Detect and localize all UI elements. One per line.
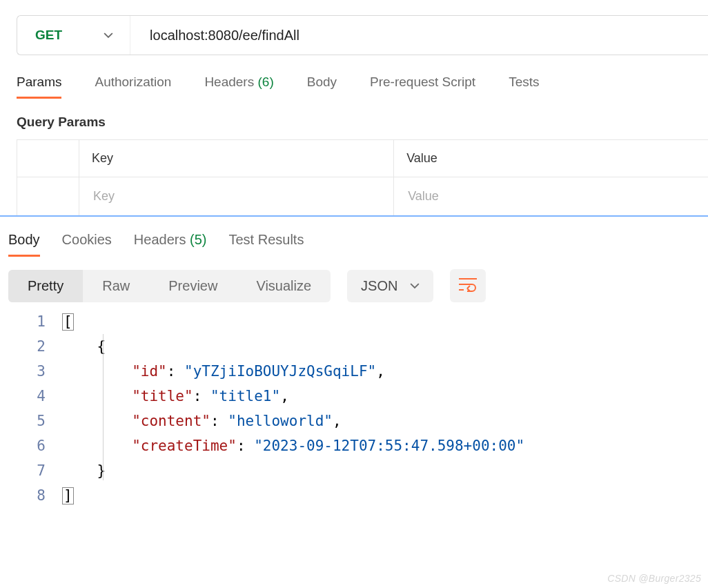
request-bar: GET [17, 15, 708, 55]
key-input[interactable] [92, 188, 381, 204]
tab-body[interactable]: Body [307, 75, 337, 99]
tab-prerequest-script[interactable]: Pre-request Script [370, 75, 475, 99]
json-value: "title1" [210, 388, 280, 404]
line-number-gutter: 1 2 3 4 5 6 7 8 [0, 309, 62, 508]
query-params-title: Query Params [17, 115, 708, 130]
tab-label: Authorization [95, 75, 171, 89]
bracket: { [97, 338, 106, 355]
line-number: 5 [0, 409, 46, 433]
value-input[interactable] [406, 188, 696, 204]
bracket: } [97, 462, 106, 479]
wrap-icon [458, 277, 478, 295]
json-key: "id" [132, 363, 167, 380]
bracket: [ [62, 313, 74, 331]
tab-params[interactable]: Params [17, 75, 61, 99]
bracket: ] [62, 487, 74, 504]
line-number: 6 [0, 433, 46, 458]
fold-guide [103, 334, 104, 480]
json-value: "2023-09-12T07:55:47.598+00:00" [254, 438, 524, 454]
table-row [17, 177, 709, 216]
line-number: 3 [0, 359, 46, 384]
chevron-down-icon [104, 30, 113, 40]
line-number: 2 [0, 334, 46, 359]
resp-tab-test-results[interactable]: Test Results [228, 232, 304, 257]
query-params-table: Key Value [17, 139, 708, 216]
json-value: "helloworld" [228, 413, 333, 429]
chevron-down-icon [410, 281, 420, 291]
format-select[interactable]: JSON [347, 270, 433, 302]
resp-tab-body[interactable]: Body [8, 232, 40, 257]
tab-headers[interactable]: Headers (6) [204, 75, 273, 99]
response-toolbar: Pretty Raw Preview Visualize JSON [0, 257, 708, 302]
json-key: "content" [132, 413, 210, 429]
tab-label: Pre-request Script [370, 75, 475, 89]
view-preview[interactable]: Preview [149, 270, 237, 302]
line-number: 8 [0, 483, 46, 508]
http-method-label: GET [35, 28, 62, 43]
wrap-lines-button[interactable] [450, 269, 486, 302]
http-method-select[interactable]: GET [17, 16, 130, 55]
view-visualize[interactable]: Visualize [237, 270, 331, 302]
view-raw[interactable]: Raw [83, 270, 149, 302]
tab-tests[interactable]: Tests [509, 75, 539, 99]
tab-authorization[interactable]: Authorization [95, 75, 171, 99]
json-value: "yTZjiIoBOUYJzQsGqiLF" [184, 363, 376, 380]
table-header-row: Key Value [17, 140, 709, 177]
format-label: JSON [361, 278, 397, 294]
resp-tab-cookies[interactable]: Cookies [62, 232, 112, 257]
key-header: Key [79, 140, 394, 177]
checkbox-header [17, 140, 79, 177]
tab-count: (6) [257, 75, 273, 89]
view-label: Visualize [256, 278, 311, 293]
view-label: Pretty [28, 278, 63, 293]
tab-count: (5) [190, 232, 206, 247]
view-label: Preview [168, 278, 217, 293]
tab-label: Tests [509, 75, 539, 89]
line-number: 4 [0, 384, 46, 409]
row-checkbox-cell[interactable] [17, 177, 79, 216]
tab-label: Cookies [62, 232, 112, 247]
line-number: 1 [0, 309, 46, 334]
tab-label: Headers [204, 75, 254, 89]
tab-label: Body [307, 75, 337, 89]
resp-tab-headers[interactable]: Headers (5) [134, 232, 207, 257]
url-input[interactable] [130, 16, 708, 55]
response-tabs: Body Cookies Headers (5) Test Results [0, 217, 708, 257]
request-tabs: Params Authorization Headers (6) Body Pr… [0, 55, 708, 99]
code-body: [ { "id": "yTZjiIoBOUYJzQsGqiLF", "title… [62, 309, 708, 508]
tab-label: Headers [134, 232, 186, 247]
tab-label: Body [8, 232, 40, 247]
tab-label: Params [17, 75, 61, 89]
json-key: "title" [132, 388, 193, 404]
line-number: 7 [0, 458, 46, 483]
json-key: "createTime" [132, 438, 237, 454]
view-mode-group: Pretty Raw Preview Visualize [8, 270, 331, 302]
view-pretty[interactable]: Pretty [8, 270, 83, 302]
response-body-code[interactable]: 1 2 3 4 5 6 7 8 [ { "id": "yTZjiIoBOUYJz… [0, 302, 708, 508]
view-label: Raw [102, 278, 130, 293]
tab-label: Test Results [228, 232, 304, 247]
value-header: Value [394, 140, 708, 177]
